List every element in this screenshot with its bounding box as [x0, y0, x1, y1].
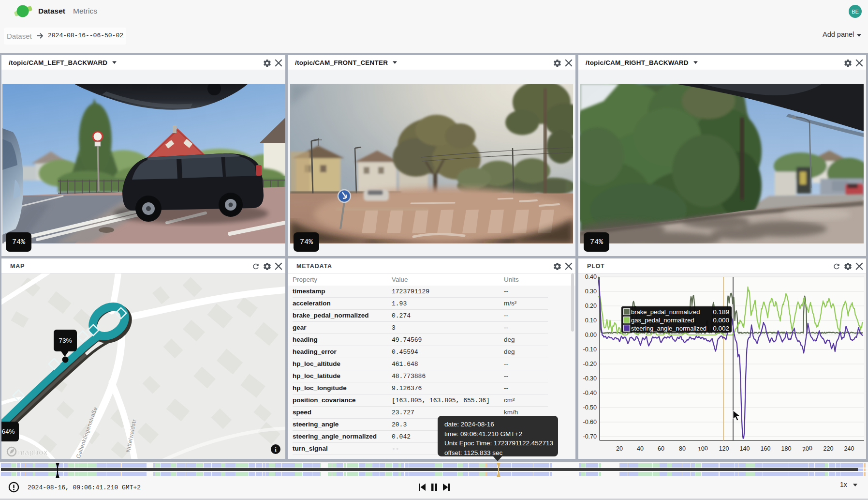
svg-text:140: 140 [740, 445, 750, 452]
svg-text:0.30: 0.30 [585, 288, 597, 295]
svg-text:180: 180 [781, 445, 792, 452]
svg-text:0.40: 0.40 [585, 273, 597, 280]
svg-text:73%: 73% [59, 337, 72, 344]
svg-text:160: 160 [761, 445, 771, 452]
svg-text:220: 220 [824, 445, 834, 452]
svg-text:120: 120 [719, 445, 729, 452]
svg-text:0.10: 0.10 [585, 317, 597, 324]
svg-text:i: i [275, 446, 277, 453]
svg-text:40: 40 [637, 445, 644, 452]
svg-text:-0.50: -0.50 [583, 404, 597, 411]
svg-text:mapbox: mapbox [18, 448, 47, 456]
svg-text:0.189: 0.189 [713, 308, 729, 316]
svg-text:-0.40: -0.40 [583, 390, 597, 396]
svg-text:0.002: 0.002 [713, 325, 729, 332]
svg-text:-0.10: -0.10 [583, 346, 597, 353]
svg-text:0.00: 0.00 [585, 332, 597, 338]
svg-text:gas_pedal_normalized: gas_pedal_normalized [631, 317, 694, 324]
svg-text:240: 240 [844, 445, 854, 452]
svg-text:60: 60 [658, 445, 664, 452]
svg-text:-0.30: -0.30 [583, 375, 597, 382]
svg-text:100: 100 [697, 445, 708, 453]
svg-text:brake_pedal_normalized: brake_pedal_normalized [631, 308, 700, 316]
svg-text:-0.20: -0.20 [583, 361, 597, 367]
svg-text:64%: 64% [1, 428, 15, 435]
svg-text:0.000: 0.000 [713, 317, 729, 324]
svg-text:0.20: 0.20 [585, 303, 597, 309]
svg-text:80: 80 [679, 445, 686, 452]
svg-text:20: 20 [616, 445, 623, 452]
svg-text:-0.70: -0.70 [583, 433, 597, 440]
svg-text:200: 200 [802, 445, 813, 453]
svg-text:steering_angle_normalized: steering_angle_normalized [631, 325, 706, 332]
svg-text:-0.60: -0.60 [583, 419, 597, 425]
